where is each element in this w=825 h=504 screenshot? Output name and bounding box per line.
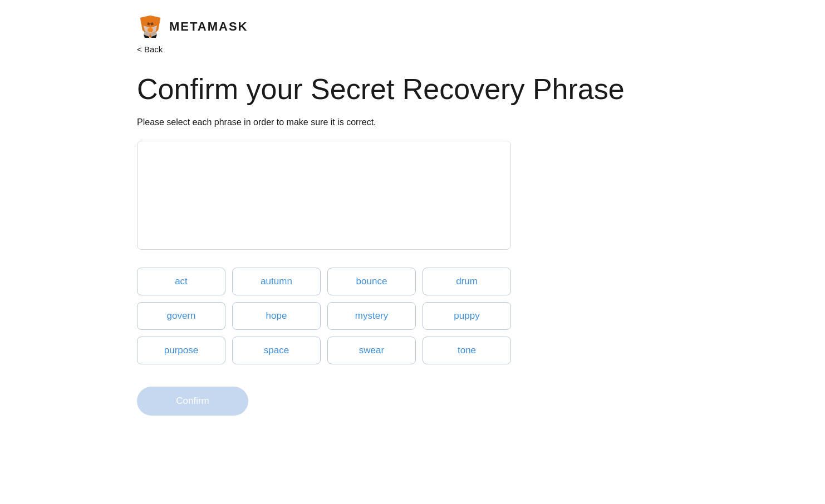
page-subtitle: Please select each phrase in order to ma… bbox=[137, 117, 825, 127]
word-row-3: purpose space swear tone bbox=[137, 337, 511, 364]
word-chip-hope[interactable]: hope bbox=[232, 302, 321, 330]
word-row-1: act autumn bounce drum bbox=[137, 268, 511, 295]
metamask-logo-icon bbox=[137, 13, 164, 40]
confirm-button[interactable]: Confirm bbox=[137, 387, 248, 416]
word-chip-mystery[interactable]: mystery bbox=[327, 302, 416, 330]
word-chip-swear[interactable]: swear bbox=[327, 337, 416, 364]
page-title: Confirm your Secret Recovery Phrase bbox=[137, 72, 825, 106]
word-row-2: govern hope mystery puppy bbox=[137, 302, 511, 330]
word-chip-autumn[interactable]: autumn bbox=[232, 268, 321, 295]
back-button[interactable]: < Back bbox=[137, 45, 163, 54]
word-chip-govern[interactable]: govern bbox=[137, 302, 225, 330]
logo-area: METAMASK bbox=[137, 13, 825, 40]
word-chip-puppy[interactable]: puppy bbox=[423, 302, 511, 330]
word-chip-purpose[interactable]: purpose bbox=[137, 337, 225, 364]
word-chip-act[interactable]: act bbox=[137, 268, 225, 295]
word-chip-bounce[interactable]: bounce bbox=[327, 268, 416, 295]
svg-point-11 bbox=[148, 28, 153, 32]
word-selection-grid: act autumn bounce drum govern hope myste… bbox=[137, 268, 511, 364]
word-chip-drum[interactable]: drum bbox=[423, 268, 511, 295]
app-logo-text: METAMASK bbox=[169, 19, 248, 34]
word-chip-tone[interactable]: tone bbox=[423, 337, 511, 364]
word-chip-space[interactable]: space bbox=[232, 337, 321, 364]
phrase-display-area bbox=[137, 141, 511, 250]
